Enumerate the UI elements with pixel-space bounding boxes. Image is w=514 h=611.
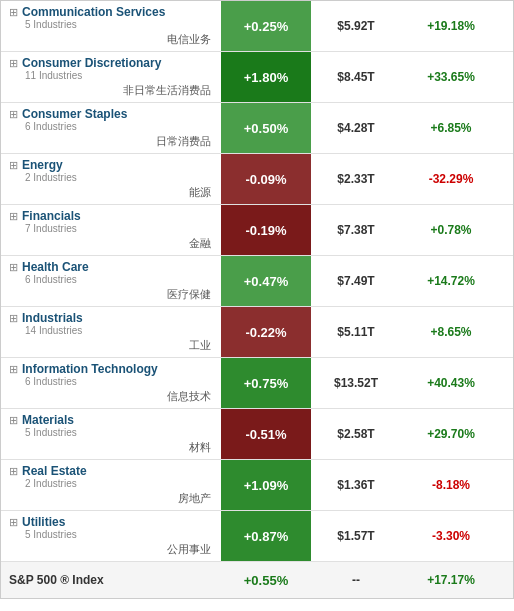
- sector-cell: ⊞ Consumer Discretionary 11 Industries 非…: [1, 52, 221, 102]
- industries-count: 14 Industries: [25, 325, 215, 336]
- change-cell: +0.25%: [221, 1, 311, 51]
- chinese-label: 金融: [9, 236, 215, 251]
- change-cell: -0.51%: [221, 409, 311, 459]
- expand-icon[interactable]: ⊞: [9, 159, 18, 172]
- expand-icon[interactable]: ⊞: [9, 108, 18, 121]
- ytd-cell: +19.18%: [401, 15, 501, 37]
- change-cell: +0.50%: [221, 103, 311, 153]
- industries-count: 6 Industries: [25, 274, 215, 285]
- footer-row: S&P 500 ® Index +0.55% -- +17.17%: [1, 562, 513, 598]
- industries-count: 2 Industries: [25, 172, 215, 183]
- sector-cell: ⊞ Industrials 14 Industries 工业: [1, 307, 221, 357]
- footer-ytd: +17.17%: [401, 573, 501, 587]
- mktcap-cell: $7.49T: [311, 270, 401, 292]
- sector-cell: ⊞ Utilities 5 Industries 公用事业: [1, 511, 221, 561]
- expand-icon[interactable]: ⊞: [9, 363, 18, 376]
- sector-cell: ⊞ Consumer Staples 6 Industries 日常消费品: [1, 103, 221, 153]
- expand-icon[interactable]: ⊞: [9, 516, 18, 529]
- ytd-cell: +6.85%: [401, 117, 501, 139]
- industries-count: 6 Industries: [25, 121, 215, 132]
- change-cell: +0.47%: [221, 256, 311, 306]
- chinese-label: 房地产: [9, 491, 215, 506]
- change-cell: +1.80%: [221, 52, 311, 102]
- expand-icon[interactable]: ⊞: [9, 261, 18, 274]
- sector-name-link[interactable]: Consumer Staples: [22, 107, 127, 121]
- table-row: ⊞ Consumer Discretionary 11 Industries 非…: [1, 52, 513, 103]
- expand-icon[interactable]: ⊞: [9, 210, 18, 223]
- table-row: ⊞ Communication Services 5 Industries 电信…: [1, 1, 513, 52]
- expand-icon[interactable]: ⊞: [9, 414, 18, 427]
- ytd-cell: +33.65%: [401, 66, 501, 88]
- expand-icon[interactable]: ⊞: [9, 6, 18, 19]
- table-row: ⊞ Energy 2 Industries 能源 -0.09% $2.33T -…: [1, 154, 513, 205]
- sector-name-link[interactable]: Health Care: [22, 260, 89, 274]
- ytd-cell: +40.43%: [401, 372, 501, 394]
- mktcap-cell: $2.33T: [311, 168, 401, 190]
- chinese-label: 工业: [9, 338, 215, 353]
- chinese-label: 公用事业: [9, 542, 215, 557]
- sector-cell: ⊞ Financials 7 Industries 金融: [1, 205, 221, 255]
- sector-cell: ⊞ Information Technology 6 Industries 信息…: [1, 358, 221, 408]
- mktcap-cell: $5.92T: [311, 15, 401, 37]
- industries-count: 5 Industries: [25, 529, 215, 540]
- change-cell: +0.87%: [221, 511, 311, 561]
- chinese-label: 信息技术: [9, 389, 215, 404]
- mktcap-cell: $4.28T: [311, 117, 401, 139]
- expand-icon[interactable]: ⊞: [9, 465, 18, 478]
- sector-name-link[interactable]: Utilities: [22, 515, 65, 529]
- change-cell: -0.19%: [221, 205, 311, 255]
- ytd-cell: +0.78%: [401, 219, 501, 241]
- chinese-label: 电信业务: [9, 32, 215, 47]
- sector-cell: ⊞ Real Estate 2 Industries 房地产: [1, 460, 221, 510]
- ytd-cell: +14.72%: [401, 270, 501, 292]
- chinese-label: 日常消费品: [9, 134, 215, 149]
- sector-name-link[interactable]: Real Estate: [22, 464, 87, 478]
- industries-count: 5 Industries: [25, 19, 215, 30]
- change-cell: +1.09%: [221, 460, 311, 510]
- footer-change: +0.55%: [221, 573, 311, 588]
- mktcap-cell: $1.36T: [311, 474, 401, 496]
- sector-name-link[interactable]: Industrials: [22, 311, 83, 325]
- table-row: ⊞ Health Care 6 Industries 医疗保健 +0.47% $…: [1, 256, 513, 307]
- sector-table: ⊞ Communication Services 5 Industries 电信…: [0, 0, 514, 599]
- table-row: ⊞ Real Estate 2 Industries 房地产 +1.09% $1…: [1, 460, 513, 511]
- table-row: ⊞ Information Technology 6 Industries 信息…: [1, 358, 513, 409]
- mktcap-cell: $13.52T: [311, 372, 401, 394]
- industries-count: 6 Industries: [25, 376, 215, 387]
- sector-cell: ⊞ Health Care 6 Industries 医疗保健: [1, 256, 221, 306]
- industries-count: 2 Industries: [25, 478, 215, 489]
- sector-name-link[interactable]: Financials: [22, 209, 81, 223]
- table-row: ⊞ Industrials 14 Industries 工业 -0.22% $5…: [1, 307, 513, 358]
- expand-icon[interactable]: ⊞: [9, 312, 18, 325]
- ytd-cell: +29.70%: [401, 423, 501, 445]
- table-row: ⊞ Utilities 5 Industries 公用事业 +0.87% $1.…: [1, 511, 513, 562]
- industries-count: 11 Industries: [25, 70, 215, 81]
- sector-cell: ⊞ Communication Services 5 Industries 电信…: [1, 1, 221, 51]
- table-row: ⊞ Consumer Staples 6 Industries 日常消费品 +0…: [1, 103, 513, 154]
- sector-name-link[interactable]: Communication Services: [22, 5, 165, 19]
- mktcap-cell: $2.58T: [311, 423, 401, 445]
- change-cell: -0.22%: [221, 307, 311, 357]
- mktcap-cell: $5.11T: [311, 321, 401, 343]
- ytd-cell: +8.65%: [401, 321, 501, 343]
- mktcap-cell: $7.38T: [311, 219, 401, 241]
- ytd-cell: -32.29%: [401, 168, 501, 190]
- mktcap-cell: $1.57T: [311, 525, 401, 547]
- table-row: ⊞ Financials 7 Industries 金融 -0.19% $7.3…: [1, 205, 513, 256]
- ytd-cell: -8.18%: [401, 474, 501, 496]
- sector-name-link[interactable]: Energy: [22, 158, 63, 172]
- chinese-label: 医疗保健: [9, 287, 215, 302]
- footer-mktcap: --: [311, 573, 401, 587]
- change-cell: -0.09%: [221, 154, 311, 204]
- chinese-label: 材料: [9, 440, 215, 455]
- expand-icon[interactable]: ⊞: [9, 57, 18, 70]
- industries-count: 5 Industries: [25, 427, 215, 438]
- sector-name-link[interactable]: Information Technology: [22, 362, 158, 376]
- sector-name-link[interactable]: Consumer Discretionary: [22, 56, 161, 70]
- table-row: ⊞ Materials 5 Industries 材料 -0.51% $2.58…: [1, 409, 513, 460]
- chinese-label: 非日常生活消费品: [9, 83, 215, 98]
- mktcap-cell: $8.45T: [311, 66, 401, 88]
- chinese-label: 能源: [9, 185, 215, 200]
- change-cell: +0.75%: [221, 358, 311, 408]
- sector-name-link[interactable]: Materials: [22, 413, 74, 427]
